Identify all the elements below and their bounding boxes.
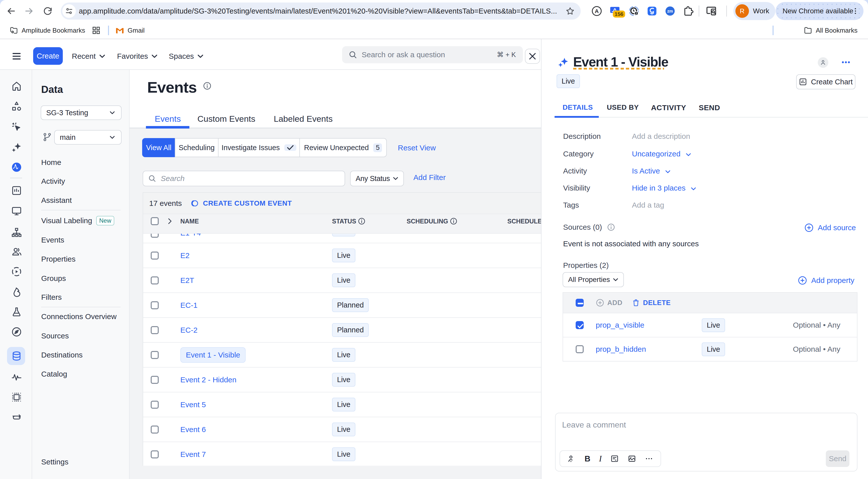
svg-text:A: A bbox=[595, 8, 599, 14]
svg-text:zm: zm bbox=[667, 9, 673, 13]
